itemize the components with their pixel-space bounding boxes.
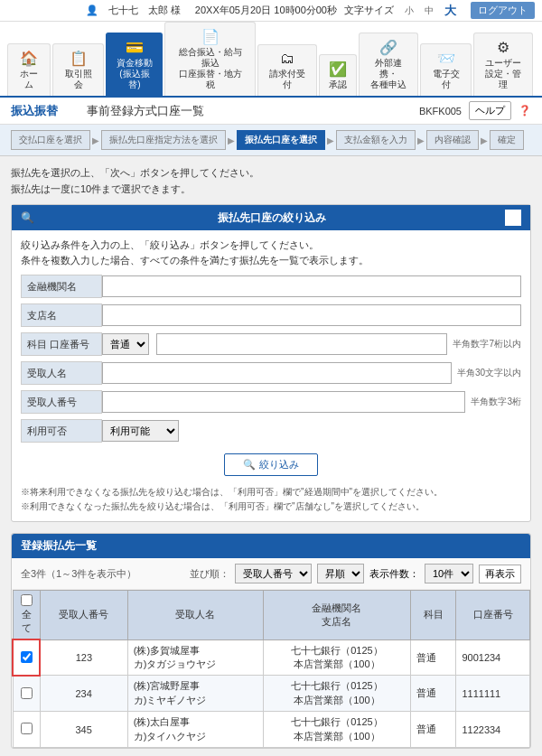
filter-row-payee-name: 受取人名 半角30文字以内 bbox=[21, 361, 521, 385]
row-account-0: 9001234 bbox=[456, 639, 530, 676]
step-2-label: 振払先口座指定方法を選択 bbox=[101, 130, 226, 150]
filter-input-payee-num[interactable] bbox=[102, 391, 465, 413]
filter-note-1: ※将来利用できなくなる振払先を絞り込む場合は、「利用可否」欄で"経過期間中"を選… bbox=[21, 485, 521, 499]
home-icon: 🏠 bbox=[20, 50, 38, 67]
external-icon: 🔗 bbox=[379, 39, 397, 56]
nav-home[interactable]: 🏠 ホーム bbox=[7, 43, 51, 96]
col-num: 受取人番号 bbox=[40, 591, 127, 640]
user-name: 七十七 太郎 様 bbox=[108, 5, 181, 15]
row-checkbox-2[interactable] bbox=[21, 723, 33, 734]
step-6-label: 確定 bbox=[490, 130, 524, 150]
nav-approval[interactable]: ✅ 承認 bbox=[319, 54, 357, 96]
step-1-label: 交払口座を選択 bbox=[11, 130, 90, 150]
settings-icon: ⚙ bbox=[497, 39, 509, 56]
filter-search-icon: 🔍 bbox=[21, 211, 34, 224]
filter-header: 🔍 振払先口座の絞り込み － bbox=[12, 205, 530, 230]
row-bank-1: 七十七銀行（0125）本店営業部（100） bbox=[263, 676, 411, 712]
nav-electronic[interactable]: 📨 電子交付 bbox=[420, 43, 472, 96]
col-all: 全て bbox=[13, 591, 40, 640]
row-type-1: 普通 bbox=[411, 676, 456, 712]
step-1: 交払口座を選択 bbox=[11, 130, 90, 150]
row-name-2: (株)太白屋事カ)タイハクヤジ bbox=[127, 712, 263, 748]
filter-label-branch: 支店名 bbox=[21, 303, 102, 327]
list-title: 登録振払先一覧 bbox=[21, 539, 97, 552]
step-5-label: 内容確認 bbox=[426, 130, 479, 150]
display-count-select[interactable]: 10件20件50件 bbox=[425, 564, 473, 583]
col-name: 受取人名 bbox=[127, 591, 263, 640]
nav-transactions[interactable]: 📋 取引照会 bbox=[52, 43, 104, 96]
page-title-area: 振込振替 事前登録方式口座一覧 bbox=[11, 103, 204, 119]
font-size-label: 文字サイズ bbox=[344, 4, 394, 17]
main-content: 振払先を選択の上、「次へ」ボタンを押してください。 振払先は一度に10件まで選択… bbox=[0, 156, 542, 756]
filter-input-branch[interactable] bbox=[102, 304, 521, 326]
filter-input-account-num[interactable] bbox=[156, 333, 447, 355]
filter-note-2: ※利用できなくなった振払先を絞り込む場合は、「利用可否」欄で"店舗なし"を選択し… bbox=[21, 499, 521, 514]
filter-btn-label: 絞り込み bbox=[259, 459, 299, 470]
sort-select[interactable]: 受取人番号受取人名 bbox=[235, 564, 312, 583]
data-table: 全て 受取人番号 受取人名 金融機関名支店名 科目 口座番号 123(株)多賀城… bbox=[12, 590, 530, 748]
filter-row-branch: 支店名 bbox=[21, 303, 521, 327]
filter-input-payee-name[interactable] bbox=[102, 362, 452, 384]
step-arrow-2: ▶ bbox=[228, 135, 235, 145]
step-arrow-3: ▶ bbox=[327, 135, 334, 145]
select-all-checkbox[interactable] bbox=[21, 594, 33, 606]
table-row: 345(株)太白屋事カ)タイハクヤジ七十七銀行（0125）本店営業部（100）普… bbox=[13, 712, 530, 748]
row-checkbox-0[interactable] bbox=[21, 651, 33, 663]
logout-button[interactable]: ログアウト bbox=[471, 2, 535, 19]
step-arrow-4: ▶ bbox=[417, 135, 425, 145]
order-select[interactable]: 昇順降順 bbox=[317, 564, 364, 583]
payments-icon: 🗂 bbox=[280, 51, 294, 67]
filter-select-account-type[interactable]: 普通当座 bbox=[102, 333, 149, 355]
filter-body: 絞り込み条件を入力の上、「絞り込み」ボタンを押してください。 条件を複数入力した… bbox=[12, 230, 530, 521]
instruction-text: 振払先を選択の上、「次へ」ボタンを押してください。 振払先は一度に10件まで選択… bbox=[11, 165, 531, 197]
instruction-line2: 振払先は一度に10件まで選択できます。 bbox=[11, 182, 531, 198]
col-bank: 金融機関名支店名 bbox=[263, 591, 411, 640]
col-account: 口座番号 bbox=[456, 591, 530, 640]
page-header: 振込振替 事前登録方式口座一覧 BKFK005 ヘルプ ❓ bbox=[0, 98, 542, 125]
step-arrow-1: ▶ bbox=[92, 135, 99, 145]
filter-label-usage: 利用可否 bbox=[21, 419, 102, 443]
row-checkbox-1[interactable] bbox=[21, 687, 33, 699]
nav-approval-label: 承認 bbox=[329, 79, 347, 90]
nav-home-label: ホーム bbox=[17, 69, 41, 90]
nav-external[interactable]: 🔗 外部連携・各種申込 bbox=[359, 33, 418, 96]
page-title: 事前登録方式口座一覧 bbox=[87, 103, 204, 119]
help-button[interactable]: ヘルプ bbox=[469, 101, 511, 120]
transactions-icon: 📋 bbox=[70, 50, 88, 67]
table-header-row: 全て 受取人番号 受取人名 金融機関名支店名 科目 口座番号 bbox=[13, 591, 530, 640]
filter-input-bank[interactable] bbox=[102, 275, 521, 297]
filter-note-payee-name: 半角30文字以内 bbox=[457, 367, 521, 379]
filter-btn-row: 🔍 絞り込み bbox=[21, 448, 521, 481]
title-divider bbox=[67, 103, 78, 118]
filter-instruction-1: 絞り込み条件を入力の上、「絞り込み」ボタンを押してください。 bbox=[21, 238, 521, 253]
filter-title: 振払先口座の絞り込み bbox=[218, 210, 326, 226]
font-large-btn[interactable]: 大 bbox=[444, 3, 456, 19]
step-3-label: 振払先口座を選択 bbox=[237, 130, 325, 150]
step-2: 振払先口座指定方法を選択 bbox=[101, 130, 226, 150]
nav-payments[interactable]: 🗂 請求付受付 bbox=[257, 44, 317, 96]
total-info: 全3件（1～3件を表示中） bbox=[21, 567, 136, 581]
table-body: 123(株)多賀城屋事カ)タガジョウヤジ七十七銀行（0125）本店営業部（100… bbox=[13, 639, 530, 747]
nav-payroll[interactable]: 📄 総合振込・給与振込口座振替・地方税 bbox=[164, 22, 256, 96]
filter-select-usage[interactable]: 利用可能経過期間中店舗なし bbox=[102, 420, 179, 442]
filter-note-account: 半角数字7桁以内 bbox=[453, 338, 521, 350]
step-4: 支払金額を入力 bbox=[336, 130, 416, 150]
nav-transfer[interactable]: 💳 資金移動(振込振替) bbox=[106, 33, 163, 96]
nav-settings[interactable]: ⚙ ユーザー設定・管理 bbox=[473, 33, 533, 96]
nav-payments-label: 請求付受付 bbox=[267, 69, 307, 90]
help-icon: ❓ bbox=[519, 105, 531, 117]
step-6: 確定 bbox=[490, 130, 524, 150]
filter-instruction-2: 条件を複数入力した場合、すべての条件を満たす振払先を一覧で表示します。 bbox=[21, 253, 521, 268]
filter-submit-btn[interactable]: 🔍 絞り込み bbox=[224, 453, 317, 476]
nav-transactions-label: 取引照会 bbox=[62, 69, 94, 90]
font-small-btn[interactable]: 小 bbox=[405, 5, 414, 17]
table-display-btn[interactable]: 再表示 bbox=[479, 565, 521, 583]
font-medium-btn[interactable]: 中 bbox=[425, 5, 434, 17]
date-time: 20XX年05月20日 10時00分00秒 bbox=[195, 4, 337, 17]
step-3: 振払先口座を選択 bbox=[237, 130, 325, 150]
row-type-0: 普通 bbox=[411, 639, 456, 676]
filter-collapse-btn[interactable]: － bbox=[505, 210, 521, 226]
filter-section: 🔍 振払先口座の絞り込み － 絞り込み条件を入力の上、「絞り込み」ボタンを押して… bbox=[11, 204, 531, 522]
nav-external-label: 外部連携・各種申込 bbox=[369, 58, 408, 90]
row-number-1: 234 bbox=[40, 676, 127, 712]
